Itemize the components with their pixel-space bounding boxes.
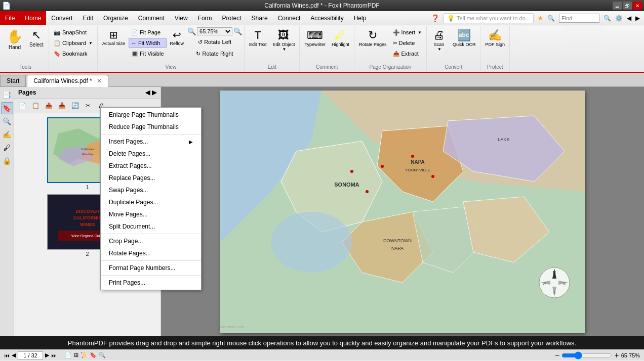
status-icon-4[interactable]: 🔖 bbox=[90, 352, 97, 358]
reflow-button[interactable]: ↩ Reflow bbox=[168, 27, 187, 63]
sidebar-icon-bookmarks[interactable]: 🔖 bbox=[1, 102, 13, 114]
sidebar-icon-security[interactable]: 🔒 bbox=[1, 155, 13, 167]
panel-tool-6[interactable]: ✂ bbox=[82, 100, 94, 111]
insert-button[interactable]: ➕ Insert ▼ bbox=[390, 27, 424, 37]
menu-share[interactable]: Share bbox=[247, 11, 273, 25]
nav-last-icon[interactable]: ⏭ bbox=[51, 352, 57, 358]
settings-icon[interactable]: ⚙️ bbox=[615, 15, 623, 22]
sidebar-icon-comments[interactable]: ✍ bbox=[1, 128, 13, 141]
tab-close-button[interactable]: ✕ bbox=[97, 77, 102, 84]
svg-text:NAPA: NAPA bbox=[391, 246, 404, 251]
fit-page-button[interactable]: 📄 Fit Page bbox=[129, 27, 166, 37]
edit-object-button[interactable]: 🖼 Edit Object ▼ bbox=[270, 27, 297, 63]
ctx-enlarge-thumbnails[interactable]: Enlarge Page Thumbnails bbox=[101, 109, 201, 121]
zoom-increase-icon[interactable]: 🔍 bbox=[233, 27, 242, 35]
svg-text:Wine Map: Wine Map bbox=[82, 153, 93, 156]
menu-convert[interactable]: Convert bbox=[46, 11, 77, 25]
ctx-split-document[interactable]: Split Document... bbox=[101, 220, 201, 233]
nav-prev-icon[interactable]: ◀ bbox=[12, 352, 16, 358]
pages-nav-next[interactable]: ▶ bbox=[152, 89, 156, 96]
menu-organize[interactable]: Organize bbox=[98, 11, 133, 25]
menu-edit[interactable]: Edit bbox=[77, 11, 98, 25]
menu-protect[interactable]: Protect bbox=[217, 11, 247, 25]
status-icon-2[interactable]: ⊞ bbox=[74, 352, 78, 358]
find-input[interactable] bbox=[559, 14, 599, 23]
pdf-sign-button[interactable]: ✍ PDF Sign bbox=[482, 27, 507, 63]
typewriter-button[interactable]: ⌨ Typewriter bbox=[302, 27, 328, 63]
content-area: SONOMA NAPA YOUNTVILLE LAKE DOWNTOWN NAP… bbox=[161, 87, 644, 336]
ctx-delete-pages[interactable]: Delete Pages... bbox=[101, 148, 201, 160]
clipboard-label: Clipboard bbox=[62, 40, 86, 46]
ctx-duplicate-pages[interactable]: Duplicate Pages... bbox=[101, 196, 201, 208]
menu-view[interactable]: View bbox=[170, 11, 193, 25]
tab-start[interactable]: Start bbox=[0, 75, 26, 86]
page-input[interactable] bbox=[18, 351, 43, 359]
actual-size-button[interactable]: ⊞ Actual Size bbox=[100, 27, 128, 63]
pages-nav-prev[interactable]: ◀ bbox=[145, 89, 150, 96]
tell-me-box[interactable]: 💡 Tell me what you want to do... bbox=[444, 13, 534, 23]
delete-button[interactable]: ✂ Delete bbox=[390, 38, 424, 48]
tab-current[interactable]: California Wines.pdf * ✕ bbox=[27, 75, 108, 87]
menu-form[interactable]: Form bbox=[193, 11, 217, 25]
zoom-decrease-icon[interactable]: 🔍 bbox=[187, 27, 196, 35]
maximize-button[interactable]: 🗗 bbox=[623, 2, 632, 10]
highlight-button[interactable]: 🖊 Highlight bbox=[329, 27, 352, 63]
sidebar-icon-search[interactable]: 🔍 bbox=[1, 115, 13, 127]
menu-home[interactable]: Home bbox=[20, 11, 46, 25]
svg-text:filehorse.com: filehorse.com bbox=[220, 325, 245, 329]
snapshot-button[interactable]: 📷 SnapShot bbox=[51, 27, 95, 37]
zoom-in-icon[interactable]: + bbox=[614, 351, 619, 360]
panel-tool-4[interactable]: 📥 bbox=[56, 100, 68, 111]
edit-text-button[interactable]: T Edit Text bbox=[247, 27, 269, 63]
nav-next-icon[interactable]: ▶ bbox=[45, 352, 49, 358]
panel-tool-5[interactable]: 🔄 bbox=[69, 100, 81, 111]
back-icon[interactable]: ◀ bbox=[627, 15, 631, 22]
sidebar-icon-signatures[interactable]: 🖋 bbox=[1, 142, 13, 154]
panel-tool-3[interactable]: 📤 bbox=[43, 100, 55, 111]
scan-button[interactable]: 🖨 Scan ▼ bbox=[429, 27, 449, 63]
nav-first-icon[interactable]: ⏮ bbox=[4, 352, 10, 358]
menu-help[interactable]: Help bbox=[349, 11, 372, 25]
menu-accessibility[interactable]: Accessibility bbox=[305, 11, 348, 25]
rotate-pages-button[interactable]: ↻ Rotate Pages bbox=[356, 27, 389, 63]
ctx-move-pages[interactable]: Move Pages... bbox=[101, 208, 201, 220]
rotate-right-button[interactable]: ↻ Rotate Right bbox=[193, 49, 235, 59]
quick-ocr-button[interactable]: 🔤 Quick OCR bbox=[450, 27, 478, 63]
panel-tool-1[interactable]: 📄 bbox=[16, 100, 28, 111]
ctx-swap-label: Swap Pages... bbox=[109, 187, 148, 194]
panel-tool-2[interactable]: 📋 bbox=[29, 100, 42, 111]
zoom-out-icon[interactable]: − bbox=[555, 351, 559, 360]
zoom-select[interactable]: 65.75% bbox=[197, 27, 232, 35]
sidebar-icon-pages[interactable]: 📑 bbox=[1, 89, 13, 101]
forward-icon[interactable]: ▶ bbox=[635, 15, 640, 22]
menu-connect[interactable]: Connect bbox=[273, 11, 306, 25]
status-icon-5[interactable]: 🔍 bbox=[99, 352, 106, 358]
insert-dropdown: ▼ bbox=[418, 30, 422, 35]
menu-comment[interactable]: Comment bbox=[133, 11, 170, 25]
status-icon-3[interactable]: 📜 bbox=[80, 352, 88, 358]
select-tool-button[interactable]: ↖ Select bbox=[26, 27, 47, 63]
bookmark-button[interactable]: 🔖 Bookmark bbox=[51, 49, 95, 59]
minimize-button[interactable]: 🗕 bbox=[613, 2, 622, 10]
status-icon-1[interactable]: 📄 bbox=[65, 352, 72, 358]
ctx-extract-pages[interactable]: Extract Pages... bbox=[101, 160, 201, 172]
clipboard-button[interactable]: 📋 Clipboard ▼ bbox=[51, 38, 95, 48]
ctx-rotate-pages[interactable]: Rotate Pages... bbox=[101, 247, 201, 259]
ctx-print-pages[interactable]: Print Pages... bbox=[101, 277, 201, 289]
rotate-left-button[interactable]: ↺ Rotate Left bbox=[195, 37, 234, 47]
ribbon-group-scan: 🖨 Scan ▼ 🔤 Quick OCR Convert bbox=[427, 26, 481, 72]
ctx-reduce-thumbnails[interactable]: Reduce Page Thumbnails bbox=[101, 121, 201, 133]
ctx-crop-page[interactable]: Crop Page... bbox=[101, 235, 201, 247]
extract-button[interactable]: 📤 Extract bbox=[390, 49, 424, 59]
ctx-format-page-numbers[interactable]: Format Page Numbers... bbox=[101, 262, 201, 274]
search-submit-icon[interactable]: 🔍 bbox=[603, 15, 611, 22]
ctx-replace-pages[interactable]: Replace Pages... bbox=[101, 172, 201, 184]
fit-visible-button[interactable]: 🔳 Fit Visible bbox=[129, 49, 166, 59]
zoom-slider[interactable] bbox=[561, 351, 612, 359]
close-button[interactable]: ✕ bbox=[633, 2, 642, 10]
hand-tool-button[interactable]: ✋ Hand bbox=[4, 27, 25, 63]
menu-file[interactable]: File bbox=[0, 11, 20, 25]
ctx-swap-pages[interactable]: Swap Pages... bbox=[101, 184, 201, 196]
fit-width-button[interactable]: ↔ Fit Width bbox=[129, 38, 166, 48]
ctx-insert-pages[interactable]: Insert Pages... ▶ bbox=[101, 136, 201, 148]
